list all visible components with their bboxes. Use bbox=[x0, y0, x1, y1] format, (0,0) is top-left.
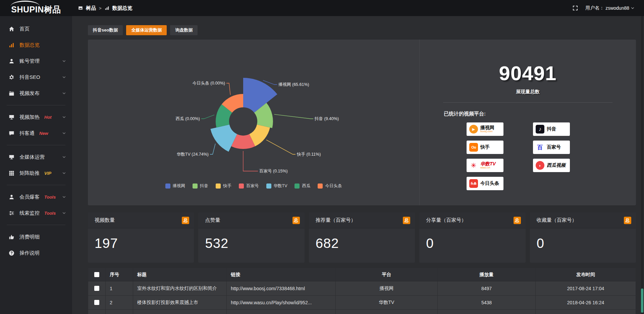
sidebar-item-video-heat[interactable]: 视频加热Hot bbox=[0, 109, 72, 125]
pie-label-今日头条: 今日头条 (0.00%) bbox=[193, 81, 225, 86]
topbar: SHUPIN树品 树品 > 数据总览 用户名： zswodun88 bbox=[0, 0, 644, 16]
platform-grid: ▶播视网boosj.comOo快手✳华数TVwasu.cn头条今日头条♪抖音百百… bbox=[467, 122, 636, 190]
sidebar-item-label: 账号管理 bbox=[19, 58, 40, 64]
stat-card-value: 0 bbox=[530, 228, 636, 251]
tab-omnimedia-data[interactable]: 全媒体运营数据 bbox=[126, 25, 167, 35]
sliders-icon bbox=[9, 210, 14, 216]
sidebar-item-label: 视频发布 bbox=[19, 90, 40, 97]
pie-slice-播视网[interactable] bbox=[243, 78, 277, 113]
sidebar-item-clue-monitor[interactable]: 线索监控Tools bbox=[0, 205, 72, 221]
legend-swatch bbox=[294, 184, 300, 189]
legend-item-抖音[interactable]: 抖音 bbox=[193, 183, 208, 189]
row-checkbox[interactable] bbox=[94, 300, 99, 305]
cell-platform: 华数TV bbox=[336, 296, 438, 310]
legend-swatch bbox=[266, 184, 271, 189]
tab-douyin-seo-data[interactable]: 抖音seo数据 bbox=[88, 25, 123, 35]
summary-panel: 90491 展现量总数 已统计的视频平台: ▶播视网boosj.comOo快手✳… bbox=[419, 40, 636, 205]
toutiao-logo-icon: 头条 bbox=[469, 179, 478, 188]
stat-card-3: 分享量（百家号）总0 bbox=[419, 212, 525, 263]
sidebar-item-label: 会员爆客 bbox=[19, 194, 40, 200]
chevron-down-icon bbox=[62, 211, 66, 215]
fullscreen-icon[interactable] bbox=[573, 5, 578, 11]
cell-title-link[interactable]: 室外水纹灯和室内水纹灯的区别和简介 bbox=[133, 281, 226, 296]
videos-table: 序号标题链接平台播放量发布时间1室外水纹灯和室内水纹灯的区别和简介http://… bbox=[88, 268, 636, 314]
logo-arc bbox=[11, 1, 40, 6]
total-badge[interactable]: 总 bbox=[514, 217, 521, 224]
column-header: 播放量 bbox=[437, 268, 535, 281]
total-badge[interactable]: 总 bbox=[292, 217, 300, 224]
sidebar-item-operation-guide[interactable]: 操作说明 bbox=[0, 245, 72, 261]
stat-card-title: 分享量（百家号） bbox=[426, 217, 466, 223]
sidebar-divider bbox=[7, 145, 65, 145]
breadcrumb-item-root[interactable]: 树品 bbox=[86, 5, 96, 11]
legend-item-百家号[interactable]: 百家号 bbox=[239, 183, 259, 189]
cell-plays: 5438 bbox=[437, 296, 535, 310]
table-row: 2楼体投影灯投影效果震撼上市http://www.wasu.cn/Play/sh… bbox=[88, 296, 636, 310]
select-all-checkbox[interactable] bbox=[94, 272, 99, 277]
stat-card-title: 视频数量 bbox=[95, 217, 115, 223]
sidebar-divider bbox=[7, 185, 65, 185]
total-badge[interactable]: 总 bbox=[403, 217, 410, 224]
legend-item-快手[interactable]: 快手 bbox=[216, 183, 231, 189]
legend-item-今日头条[interactable]: 今日头条 bbox=[318, 183, 342, 189]
pie-label-华数TV: 华数TV (24.74%) bbox=[177, 152, 209, 157]
sidebar-item-label: 全媒体运营 bbox=[19, 154, 45, 160]
platform-column-0: ▶播视网boosj.comOo快手✳华数TVwasu.cn头条今日头条 bbox=[467, 122, 503, 190]
total-badge[interactable]: 总 bbox=[624, 217, 631, 224]
sidebar-item-label: 消费明细 bbox=[19, 234, 40, 240]
row-checkbox[interactable] bbox=[94, 286, 99, 291]
sidebar: 首页数据总览账号管理抖音SEO视频发布视频加热Hot抖客通New全媒体运营矩阵助… bbox=[0, 16, 72, 314]
sidebar-item-member-baoke[interactable]: 会员爆客Tools bbox=[0, 189, 72, 205]
chevron-down-icon bbox=[62, 115, 66, 119]
thumb-icon bbox=[9, 234, 14, 240]
total-badge[interactable]: 总 bbox=[182, 217, 189, 224]
platform-name: 快手 bbox=[480, 145, 490, 150]
user-menu[interactable]: 用户名： zswodun88 bbox=[585, 5, 635, 11]
question-icon bbox=[9, 250, 14, 256]
row-select-cell bbox=[88, 310, 106, 314]
sidebar-item-omni-media[interactable]: 全媒体运营 bbox=[0, 149, 72, 165]
scrollbar-handle[interactable] bbox=[641, 289, 643, 313]
sidebar-item-spend-detail[interactable]: 消费明细 bbox=[0, 229, 72, 245]
stat-card-value: 682 bbox=[309, 228, 415, 251]
cell-empty bbox=[437, 310, 535, 314]
pie-label-快手: 快手 (0.11%) bbox=[297, 152, 321, 157]
sidebar-item-douyin-seo[interactable]: 抖音SEO bbox=[0, 69, 72, 85]
row-select-cell bbox=[88, 296, 106, 310]
legend-swatch bbox=[193, 184, 198, 189]
cell-title-link[interactable]: 楼体投影灯投影效果震撼上市 bbox=[133, 296, 226, 310]
pie-label-西瓜: 西瓜 (0.00%) bbox=[176, 116, 200, 121]
stat-card-value: 197 bbox=[88, 228, 194, 251]
sidebar-item-video-publish[interactable]: 视频发布 bbox=[0, 85, 72, 101]
app-logo[interactable]: SHUPIN树品 bbox=[0, 0, 72, 16]
sidebar-divider bbox=[7, 225, 65, 225]
sidebar-item-home[interactable]: 首页 bbox=[0, 21, 72, 37]
cell-url-link[interactable]: http://www.wasu.cn/Play/show/id/952... bbox=[227, 296, 336, 310]
sidebar-item-account-manage[interactable]: 账号管理 bbox=[0, 53, 72, 69]
stat-card-header: 推荐量（百家号）总 bbox=[309, 212, 415, 228]
legend-item-华数TV[interactable]: 华数TV bbox=[266, 183, 287, 189]
divider bbox=[443, 102, 612, 103]
stat-cards-row: 视频数量总197点赞量总532推荐量（百家号）总682分享量（百家号）总0收藏量… bbox=[88, 212, 636, 263]
platform-badge-toutiao: 头条今日头条 bbox=[467, 177, 503, 190]
tab-inquiry-data[interactable]: 询盘数据 bbox=[170, 25, 198, 35]
sidebar-item-data-overview[interactable]: 数据总览 bbox=[0, 37, 72, 53]
clapper-icon bbox=[9, 91, 14, 96]
cell-url-link[interactable]: http://www.boosj.com/7338468.html bbox=[227, 281, 336, 296]
sidebar-item-matrix-boost[interactable]: 矩阵助推VIP bbox=[0, 165, 72, 181]
username-label: 用户名： bbox=[585, 5, 604, 11]
legend-item-播视网[interactable]: 播视网 bbox=[165, 183, 185, 189]
gear-icon bbox=[9, 74, 14, 80]
legend-item-西瓜[interactable]: 西瓜 bbox=[294, 183, 310, 189]
boosj-logo-icon: ▶ bbox=[469, 125, 478, 134]
platform-sub: boosj.com bbox=[480, 130, 494, 133]
select-all-cell bbox=[88, 268, 106, 281]
page-scrollbar[interactable] bbox=[641, 16, 643, 314]
pie-chart: 播视网 (65.61%)抖音 (9.40%)快手 (0.11%)百家号 (0.1… bbox=[88, 40, 419, 205]
sidebar-item-douketong[interactable]: 抖客通New bbox=[0, 125, 72, 141]
platform-name: 今日头条 bbox=[480, 181, 499, 186]
breadcrumb: 树品 > 数据总览 bbox=[78, 5, 132, 11]
cell-publish-time: 2018-04-26 16:24 bbox=[536, 296, 636, 310]
wasu-logo-icon: ✳ bbox=[469, 161, 478, 170]
sidebar-item-label: 视频加热 bbox=[19, 114, 40, 120]
